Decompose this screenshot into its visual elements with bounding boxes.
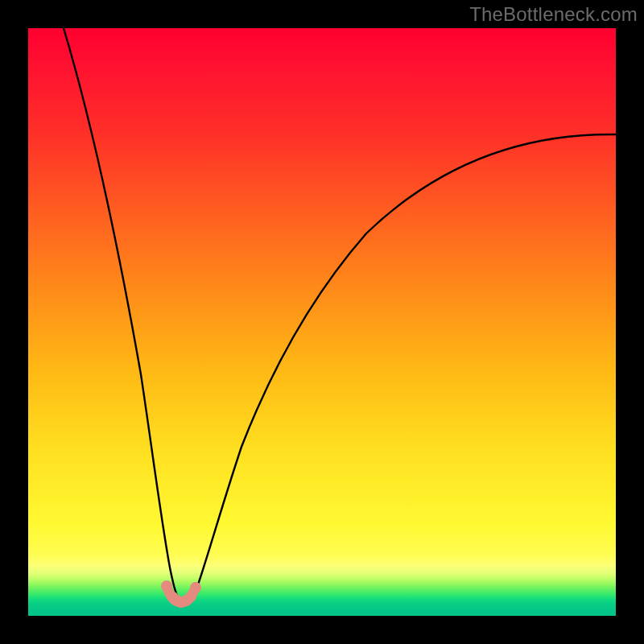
chart-frame: TheBottleneck.com: [0, 0, 644, 644]
bottleneck-curve: [64, 28, 616, 602]
valley-marker-dot: [190, 582, 201, 593]
watermark-text: TheBottleneck.com: [469, 3, 638, 26]
plot-area: [28, 28, 616, 616]
valley-marker-dot: [161, 580, 172, 592]
bottleneck-curve-svg: [28, 28, 616, 616]
